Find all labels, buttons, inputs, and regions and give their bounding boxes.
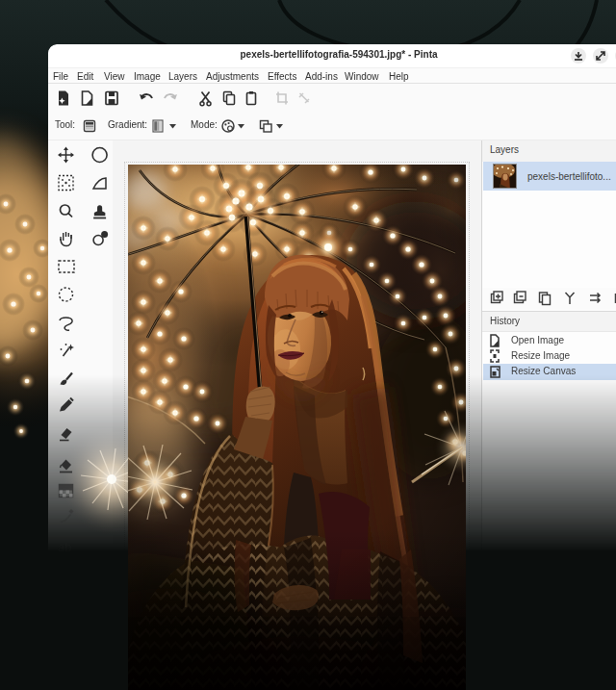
svg-text:ab: ab <box>58 540 71 554</box>
